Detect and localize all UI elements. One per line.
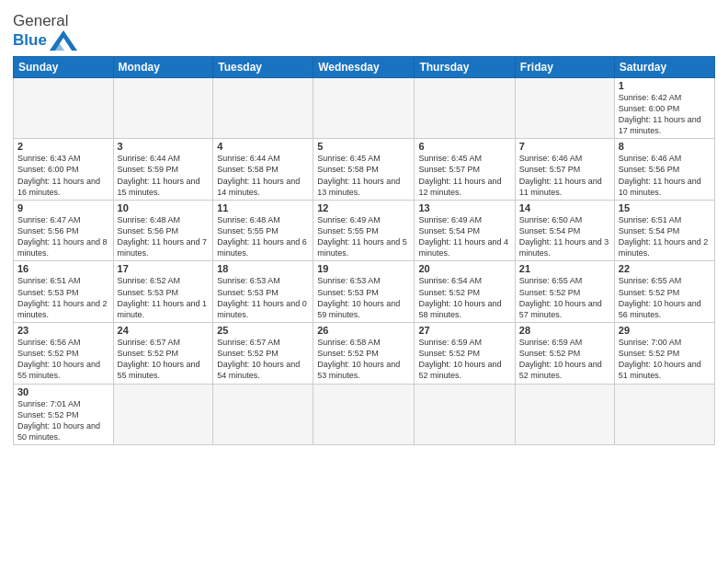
day-number: 21 bbox=[519, 263, 610, 274]
day-number: 6 bbox=[418, 141, 510, 152]
day-number: 3 bbox=[118, 141, 210, 152]
calendar-cell: 10Sunrise: 6:48 AM Sunset: 5:56 PM Dayli… bbox=[113, 200, 213, 261]
day-number: 24 bbox=[118, 325, 210, 336]
day-info: Sunrise: 6:54 AM Sunset: 5:52 PM Dayligh… bbox=[418, 275, 510, 320]
day-number: 7 bbox=[519, 141, 610, 152]
calendar-cell: 28Sunrise: 6:59 AM Sunset: 5:52 PM Dayli… bbox=[515, 322, 614, 384]
day-info: Sunrise: 6:43 AM Sunset: 6:00 PM Dayligh… bbox=[17, 153, 109, 198]
calendar-cell: 15Sunrise: 6:51 AM Sunset: 5:54 PM Dayli… bbox=[614, 200, 714, 261]
page-container: General Blue SundayMondayTuesday bbox=[0, 0, 728, 451]
header-monday: Monday bbox=[113, 56, 213, 77]
header-sunday: Sunday bbox=[14, 56, 114, 77]
day-info: Sunrise: 6:59 AM Sunset: 5:52 PM Dayligh… bbox=[418, 337, 510, 382]
calendar-cell bbox=[415, 77, 515, 139]
calendar-cell: 21Sunrise: 6:55 AM Sunset: 5:52 PM Dayli… bbox=[515, 261, 614, 323]
day-info: Sunrise: 6:53 AM Sunset: 5:53 PM Dayligh… bbox=[217, 275, 309, 320]
calendar-cell bbox=[313, 77, 415, 139]
calendar-cell: 17Sunrise: 6:52 AM Sunset: 5:53 PM Dayli… bbox=[113, 261, 213, 323]
calendar-cell: 20Sunrise: 6:54 AM Sunset: 5:52 PM Dayli… bbox=[415, 261, 515, 323]
calendar-table: SundayMondayTuesdayWednesdayThursdayFrid… bbox=[13, 56, 715, 445]
day-info: Sunrise: 6:53 AM Sunset: 5:53 PM Dayligh… bbox=[317, 275, 410, 320]
header: General Blue bbox=[13, 9, 715, 51]
calendar-cell: 14Sunrise: 6:50 AM Sunset: 5:54 PM Dayli… bbox=[515, 200, 614, 261]
day-info: Sunrise: 6:56 AM Sunset: 5:52 PM Dayligh… bbox=[17, 337, 109, 382]
calendar-cell: 4Sunrise: 6:44 AM Sunset: 5:58 PM Daylig… bbox=[213, 139, 313, 201]
day-number: 29 bbox=[619, 325, 711, 336]
day-info: Sunrise: 6:44 AM Sunset: 5:58 PM Dayligh… bbox=[217, 153, 309, 198]
day-info: Sunrise: 6:49 AM Sunset: 5:55 PM Dayligh… bbox=[317, 214, 410, 259]
calendar-cell: 12Sunrise: 6:49 AM Sunset: 5:55 PM Dayli… bbox=[313, 200, 415, 261]
calendar-week-2: 9Sunrise: 6:47 AM Sunset: 5:56 PM Daylig… bbox=[14, 200, 715, 261]
day-number: 26 bbox=[317, 325, 410, 336]
day-info: Sunrise: 6:48 AM Sunset: 5:56 PM Dayligh… bbox=[118, 214, 210, 259]
logo-blue: Blue bbox=[13, 31, 47, 50]
calendar-cell: 1Sunrise: 6:42 AM Sunset: 6:00 PM Daylig… bbox=[614, 77, 714, 139]
day-number: 18 bbox=[217, 263, 309, 274]
day-number: 14 bbox=[519, 202, 610, 213]
calendar-cell bbox=[515, 77, 614, 139]
day-info: Sunrise: 6:55 AM Sunset: 5:52 PM Dayligh… bbox=[519, 275, 610, 320]
day-info: Sunrise: 6:52 AM Sunset: 5:53 PM Dayligh… bbox=[118, 275, 210, 320]
day-number: 28 bbox=[519, 325, 610, 336]
calendar-week-3: 16Sunrise: 6:51 AM Sunset: 5:53 PM Dayli… bbox=[14, 261, 715, 323]
calendar-cell bbox=[113, 384, 213, 445]
day-info: Sunrise: 6:59 AM Sunset: 5:52 PM Dayligh… bbox=[519, 337, 610, 382]
day-number: 10 bbox=[118, 202, 210, 213]
calendar-cell: 7Sunrise: 6:46 AM Sunset: 5:57 PM Daylig… bbox=[515, 139, 614, 201]
calendar-cell: 24Sunrise: 6:57 AM Sunset: 5:52 PM Dayli… bbox=[113, 322, 213, 384]
calendar-cell: 26Sunrise: 6:58 AM Sunset: 5:52 PM Dayli… bbox=[313, 322, 415, 384]
day-info: Sunrise: 6:42 AM Sunset: 6:00 PM Dayligh… bbox=[619, 92, 711, 137]
day-number: 17 bbox=[118, 263, 210, 274]
calendar-cell: 5Sunrise: 6:45 AM Sunset: 5:58 PM Daylig… bbox=[313, 139, 415, 201]
calendar-cell bbox=[113, 77, 213, 139]
calendar-week-4: 23Sunrise: 6:56 AM Sunset: 5:52 PM Dayli… bbox=[14, 322, 715, 384]
header-saturday: Saturday bbox=[614, 56, 714, 77]
day-number: 19 bbox=[317, 263, 410, 274]
day-info: Sunrise: 6:48 AM Sunset: 5:55 PM Dayligh… bbox=[217, 214, 309, 259]
day-number: 25 bbox=[217, 325, 309, 336]
day-number: 1 bbox=[619, 80, 711, 91]
day-info: Sunrise: 6:45 AM Sunset: 5:58 PM Dayligh… bbox=[317, 153, 410, 198]
day-info: Sunrise: 6:47 AM Sunset: 5:56 PM Dayligh… bbox=[17, 214, 109, 259]
day-info: Sunrise: 6:55 AM Sunset: 5:52 PM Dayligh… bbox=[619, 275, 711, 320]
day-number: 23 bbox=[17, 325, 109, 336]
day-number: 27 bbox=[418, 325, 510, 336]
calendar-week-1: 2Sunrise: 6:43 AM Sunset: 6:00 PM Daylig… bbox=[14, 139, 715, 201]
day-number: 11 bbox=[217, 202, 309, 213]
header-friday: Friday bbox=[515, 56, 614, 77]
logo-general: General bbox=[13, 12, 68, 29]
day-info: Sunrise: 6:51 AM Sunset: 5:54 PM Dayligh… bbox=[619, 214, 711, 259]
day-number: 30 bbox=[17, 386, 109, 397]
day-number: 15 bbox=[619, 202, 711, 213]
calendar-cell bbox=[313, 384, 415, 445]
calendar-cell: 29Sunrise: 7:00 AM Sunset: 5:52 PM Dayli… bbox=[614, 322, 714, 384]
day-number: 8 bbox=[619, 141, 711, 152]
calendar-cell: 30Sunrise: 7:01 AM Sunset: 5:52 PM Dayli… bbox=[14, 384, 114, 445]
header-tuesday: Tuesday bbox=[213, 56, 313, 77]
day-info: Sunrise: 6:44 AM Sunset: 5:59 PM Dayligh… bbox=[118, 153, 210, 198]
day-info: Sunrise: 7:01 AM Sunset: 5:52 PM Dayligh… bbox=[17, 398, 109, 443]
day-number: 16 bbox=[17, 263, 109, 274]
calendar-cell: 16Sunrise: 6:51 AM Sunset: 5:53 PM Dayli… bbox=[14, 261, 114, 323]
calendar-cell bbox=[213, 77, 313, 139]
calendar-cell: 11Sunrise: 6:48 AM Sunset: 5:55 PM Dayli… bbox=[213, 200, 313, 261]
calendar-cell bbox=[614, 384, 714, 445]
calendar-week-0: 1Sunrise: 6:42 AM Sunset: 6:00 PM Daylig… bbox=[14, 77, 715, 139]
calendar-cell: 25Sunrise: 6:57 AM Sunset: 5:52 PM Dayli… bbox=[213, 322, 313, 384]
calendar-cell: 27Sunrise: 6:59 AM Sunset: 5:52 PM Dayli… bbox=[415, 322, 515, 384]
calendar-cell: 22Sunrise: 6:55 AM Sunset: 5:52 PM Dayli… bbox=[614, 261, 714, 323]
calendar-cell bbox=[515, 384, 614, 445]
day-info: Sunrise: 6:57 AM Sunset: 5:52 PM Dayligh… bbox=[217, 337, 309, 382]
day-number: 20 bbox=[418, 263, 510, 274]
calendar-cell: 23Sunrise: 6:56 AM Sunset: 5:52 PM Dayli… bbox=[14, 322, 114, 384]
day-info: Sunrise: 6:57 AM Sunset: 5:52 PM Dayligh… bbox=[118, 337, 210, 382]
day-number: 2 bbox=[17, 141, 109, 152]
calendar-cell: 18Sunrise: 6:53 AM Sunset: 5:53 PM Dayli… bbox=[213, 261, 313, 323]
header-wednesday: Wednesday bbox=[313, 56, 415, 77]
day-info: Sunrise: 6:58 AM Sunset: 5:52 PM Dayligh… bbox=[317, 337, 410, 382]
day-info: Sunrise: 6:51 AM Sunset: 5:53 PM Dayligh… bbox=[17, 275, 109, 320]
day-number: 13 bbox=[418, 202, 510, 213]
logo-icon bbox=[50, 30, 77, 51]
day-number: 9 bbox=[17, 202, 109, 213]
day-info: Sunrise: 6:49 AM Sunset: 5:54 PM Dayligh… bbox=[418, 214, 510, 259]
